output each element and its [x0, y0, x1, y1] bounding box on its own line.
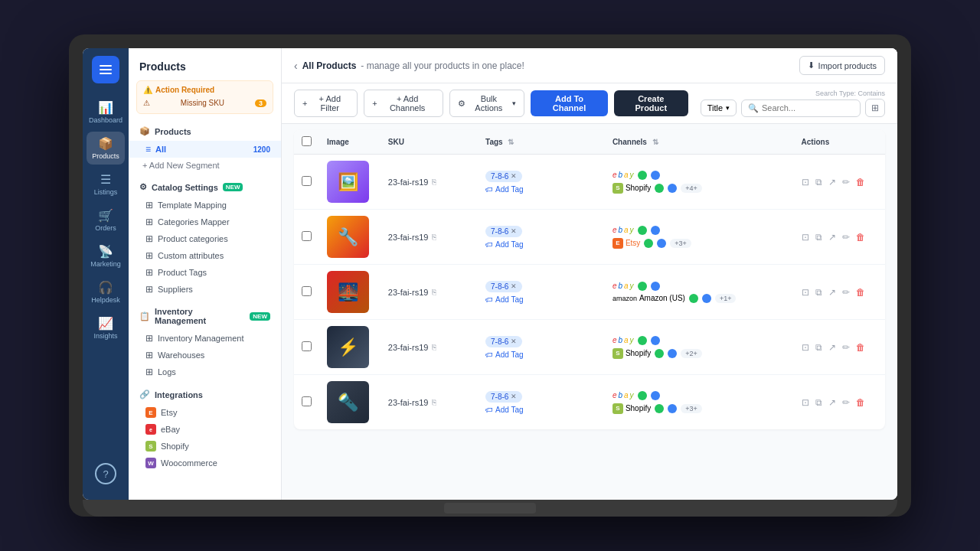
products-icon: 📦 [98, 136, 113, 151]
sidebar-item-warehouses[interactable]: ⊞ Warehouses [129, 347, 281, 364]
channels-sort-icon[interactable]: ⇅ [652, 138, 658, 146]
edit-button[interactable]: ✏ [842, 397, 850, 408]
add-tag-button[interactable]: 🏷 Add Tag [485, 295, 597, 304]
duplicate-button[interactable]: ⧉ [815, 342, 822, 353]
inv-mgmt-icon: ⊞ [145, 333, 153, 344]
export-button[interactable]: ↗ [828, 287, 836, 298]
add-filter-button[interactable]: + + Add Filter [294, 90, 358, 117]
bulk-actions-button[interactable]: ⚙ Bulk Actions ▾ [449, 90, 524, 117]
inventory-header[interactable]: 📋 Inventory Management NEW [129, 302, 281, 330]
copy-sku-button[interactable]: ⎘ [432, 343, 436, 351]
title-select[interactable]: Title ▾ [701, 99, 737, 116]
view-button[interactable]: ⊡ [802, 232, 809, 243]
add-tag-button[interactable]: 🏷 Add Tag [485, 185, 597, 194]
nav-item-listings[interactable]: ☰ Listings [87, 168, 125, 201]
edit-button[interactable]: ✏ [842, 287, 850, 298]
remove-tag-button[interactable]: ✕ [511, 337, 517, 345]
edit-button[interactable]: ✏ [842, 232, 850, 243]
sidebar-item-shopify[interactable]: S Shopify [129, 438, 281, 455]
sidebar-item-product-tags[interactable]: ⊞ Product Tags [129, 264, 281, 281]
export-button[interactable]: ↗ [828, 397, 836, 408]
sidebar-item-template-mapping[interactable]: ⊞ Template Mapping [129, 197, 281, 214]
status-dot [651, 171, 660, 180]
nav-item-orders[interactable]: 🛒 Orders [87, 204, 125, 236]
actions-cell: ⊡ ⧉ ↗ ✏ 🗑 [802, 342, 877, 353]
view-button[interactable]: ⊡ [802, 342, 809, 353]
status-dot [668, 404, 677, 413]
view-button[interactable]: ⊡ [802, 397, 809, 408]
remove-tag-button[interactable]: ✕ [511, 172, 517, 180]
alert-missing-sku[interactable]: ⚠ Missing SKU 3 [143, 97, 266, 109]
row-checkbox[interactable] [302, 231, 312, 241]
sidebar-item-etsy[interactable]: E Etsy [129, 404, 281, 421]
sidebar-item-woocommerce[interactable]: W Woocommerce [129, 455, 281, 471]
sidebar-item-custom-attributes[interactable]: ⊞ Custom attributes [129, 247, 281, 264]
duplicate-button[interactable]: ⧉ [815, 177, 822, 187]
add-channels-button[interactable]: + + Add Channels [364, 90, 443, 117]
channel-more[interactable]: +3+ [670, 239, 691, 248]
col-header-channels: Channels ⇅ [605, 130, 794, 155]
delete-button[interactable]: 🗑 [856, 177, 865, 187]
add-tag-button[interactable]: 🏷 Add Tag [485, 350, 597, 359]
nav-item-insights[interactable]: 📈 Insights [87, 311, 125, 344]
export-button[interactable]: ↗ [828, 232, 836, 243]
delete-button[interactable]: 🗑 [856, 287, 865, 298]
breadcrumb-back-button[interactable]: ‹ [294, 60, 298, 72]
grid-view-button[interactable]: ⊞ [865, 99, 885, 117]
remove-tag-button[interactable]: ✕ [511, 227, 517, 235]
copy-sku-button[interactable]: ⎘ [432, 178, 436, 186]
create-product-button[interactable]: Create Product [614, 90, 688, 116]
sidebar-item-all[interactable]: ≡ All 1200 [129, 141, 281, 158]
integrations-header[interactable]: 🔗 Integrations [129, 385, 281, 404]
nav-item-products[interactable]: 📦 Products [87, 132, 125, 165]
select-all-checkbox[interactable] [302, 136, 312, 146]
sidebar-item-product-categories[interactable]: ⊞ Product categories [129, 230, 281, 247]
duplicate-button[interactable]: ⧉ [815, 287, 822, 298]
help-button[interactable]: ? [95, 463, 116, 484]
delete-button[interactable]: 🗑 [856, 397, 865, 408]
nav-item-marketing[interactable]: 📡 Marketing [87, 240, 125, 272]
export-button[interactable]: ↗ [828, 342, 836, 353]
duplicate-button[interactable]: ⧉ [815, 397, 822, 408]
remove-tag-button[interactable]: ✕ [511, 282, 517, 290]
nav-item-helpdesk[interactable]: 🎧 Helpdesk [87, 276, 125, 308]
add-segment-button[interactable]: + Add New Segment [129, 158, 281, 173]
sidebar-item-ebay[interactable]: e eBay [129, 421, 281, 438]
copy-sku-button[interactable]: ⎘ [432, 288, 436, 296]
add-to-channel-button[interactable]: Add To Channel [531, 90, 608, 116]
copy-sku-button[interactable]: ⎘ [432, 233, 436, 241]
copy-sku-button[interactable]: ⎘ [432, 398, 436, 406]
channel-more[interactable]: +1+ [715, 294, 737, 303]
delete-button[interactable]: 🗑 [856, 232, 865, 243]
export-button[interactable]: ↗ [828, 177, 836, 187]
sidebar-item-suppliers[interactable]: ⊞ Suppliers [129, 281, 281, 298]
channel-more[interactable]: +4+ [681, 184, 702, 193]
sidebar-item-inventory-mgmt[interactable]: ⊞ Inventory Management [129, 330, 281, 347]
channel-more[interactable]: +2+ [681, 349, 702, 358]
edit-button[interactable]: ✏ [842, 342, 850, 353]
sidebar-item-logs[interactable]: ⊞ Logs [129, 364, 281, 380]
row-checkbox[interactable] [302, 341, 312, 351]
remove-tag-button[interactable]: ✕ [511, 393, 517, 400]
search-input[interactable] [762, 103, 854, 112]
nav-item-dashboard[interactable]: 📊 Dashboard [87, 96, 125, 129]
duplicate-button[interactable]: ⧉ [815, 232, 822, 243]
edit-button[interactable]: ✏ [842, 177, 850, 187]
tags-cell: 7-8-6 ✕ 🏷 Add Tag [485, 226, 597, 249]
view-button[interactable]: ⊡ [802, 287, 809, 298]
bulk-icon: ⚙ [458, 99, 466, 109]
add-tag-button[interactable]: 🏷 Add Tag [485, 240, 597, 249]
add-tag-button[interactable]: 🏷 Add Tag [485, 406, 597, 414]
view-button[interactable]: ⊡ [802, 177, 809, 187]
import-products-button[interactable]: ⬇ Import products [799, 56, 885, 75]
row-checkbox[interactable] [302, 396, 312, 406]
tags-sort-icon[interactable]: ⇅ [508, 138, 514, 146]
sidebar-item-categories-mapper[interactable]: ⊞ Categories Mapper [129, 214, 281, 230]
products-section-header[interactable]: 📦 Products [129, 122, 281, 141]
catalog-settings-header[interactable]: ⚙ Catalog Settings NEW [129, 178, 281, 197]
nav-label-dashboard: Dashboard [89, 116, 122, 124]
row-checkbox[interactable] [302, 176, 312, 186]
delete-button[interactable]: 🗑 [856, 342, 865, 353]
row-checkbox[interactable] [302, 286, 312, 296]
channel-more[interactable]: +3+ [681, 404, 702, 413]
